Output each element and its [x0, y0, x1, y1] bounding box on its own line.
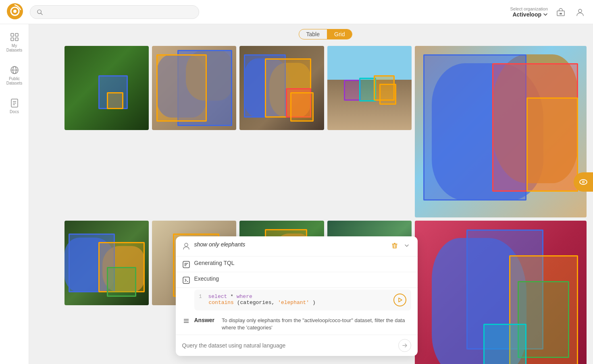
grid-item[interactable] — [239, 46, 324, 130]
user-icon-button[interactable] — [574, 6, 587, 19]
sidebar-item-label: Docs — [10, 110, 19, 114]
svg-rect-9 — [15, 33, 18, 36]
grid-item[interactable] — [152, 46, 236, 130]
sidebar-item-public-datasets[interactable]: PublicDatasets — [6, 65, 22, 85]
run-query-button[interactable] — [393, 294, 406, 306]
globe-icon — [10, 65, 19, 75]
svg-point-2 — [13, 10, 17, 13]
chat-user-message: show only elephants — [176, 236, 418, 256]
logo[interactable] — [6, 3, 23, 21]
executing-icon — [182, 276, 190, 284]
sidebar: MyDatasets PublicDatasets Docs — [0, 0, 29, 364]
chat-query-input[interactable] — [182, 342, 395, 349]
code-keyword: select — [208, 294, 227, 300]
svg-rect-6 — [560, 13, 562, 14]
grid-item[interactable] — [415, 221, 587, 364]
answer-label: Answer — [194, 317, 215, 323]
docs-icon — [10, 98, 19, 108]
answer-icon — [182, 318, 190, 326]
sidebar-item-my-datasets[interactable]: MyDatasets — [6, 32, 22, 52]
sidebar-item-docs[interactable]: Docs — [10, 98, 19, 114]
view-toggle: Table Grid — [58, 24, 593, 43]
svg-point-19 — [185, 243, 188, 246]
toggle-btn-group: Table Grid — [299, 29, 353, 39]
user-message-text: show only elephants — [194, 241, 246, 248]
step-generating-text: Generating TQL — [194, 260, 235, 266]
user-avatar-icon — [182, 242, 190, 250]
step-executing-text: Executing — [194, 275, 219, 282]
sidebar-item-label: PublicDatasets — [6, 77, 22, 85]
activeloop-logo-icon — [6, 3, 23, 20]
search-icon — [37, 9, 43, 15]
chat-step-executing: Executing — [176, 272, 418, 288]
answer-text: To display only elephants from the "acti… — [222, 317, 411, 331]
svg-point-7 — [578, 9, 582, 12]
grid-item[interactable] — [327, 46, 412, 130]
org-selector: Select organization Activeloop — [510, 6, 548, 18]
eye-icon — [578, 177, 588, 187]
svg-point-28 — [583, 182, 584, 183]
search-input[interactable]: activeloop/coco-tour — [46, 9, 192, 15]
svg-line-4 — [41, 13, 42, 14]
svg-rect-8 — [11, 33, 14, 36]
grid-icon — [10, 32, 19, 42]
chat-input-row — [176, 335, 418, 356]
search-bar[interactable]: activeloop/coco-tour — [30, 5, 199, 19]
code-function: contains — [209, 300, 234, 306]
org-icon-button[interactable] — [554, 6, 567, 19]
code-content: 1 select * where contains (categories, '… — [199, 294, 389, 306]
chat-answer-row: Answer To display only elephants from th… — [176, 314, 418, 335]
grid-item[interactable] — [415, 46, 587, 217]
header: activeloop/coco-tour Select organization… — [0, 0, 593, 24]
collapse-message-button[interactable] — [402, 241, 411, 251]
svg-rect-11 — [15, 38, 18, 41]
grid-view-button[interactable]: Grid — [327, 29, 352, 39]
grid-item[interactable] — [65, 46, 149, 130]
chat-send-button[interactable] — [398, 339, 411, 352]
code-block: 1 select * where contains (categories, '… — [194, 290, 411, 310]
delete-message-button[interactable] — [390, 241, 399, 251]
generating-icon — [182, 261, 190, 269]
code-line-num: 1 — [199, 294, 202, 300]
chat-step-generating: Generating TQL — [176, 256, 418, 272]
header-right: Select organization Activeloop — [510, 6, 587, 19]
chat-message-actions — [390, 241, 411, 251]
eye-button[interactable] — [574, 172, 593, 192]
org-name-selector[interactable]: Activeloop — [512, 11, 548, 18]
svg-rect-10 — [11, 38, 14, 41]
org-label: Select organization — [510, 6, 548, 11]
chevron-down-icon — [543, 12, 548, 17]
sidebar-item-label: MyDatasets — [6, 43, 22, 52]
table-view-button[interactable]: Table — [299, 29, 327, 39]
chat-panel: show only elephants Generating TQL — [176, 236, 418, 356]
grid-item[interactable] — [65, 221, 149, 305]
